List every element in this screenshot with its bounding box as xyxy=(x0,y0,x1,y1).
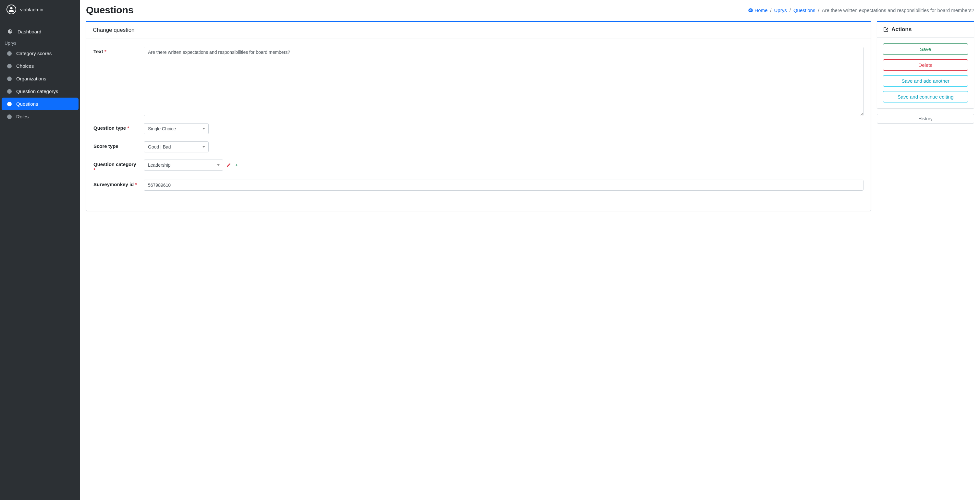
dashboard-icon xyxy=(7,29,13,34)
text-textarea[interactable] xyxy=(144,47,864,116)
breadcrumb: Home / Uprys / Questions / Are there wri… xyxy=(748,8,974,13)
field-row-text: Text * xyxy=(94,47,864,116)
save-button[interactable]: Save xyxy=(883,43,968,55)
surveymonkey-id-input[interactable] xyxy=(144,179,864,190)
sidebar-user-name: viabladmin xyxy=(20,7,43,12)
user-avatar-icon xyxy=(6,5,16,14)
main-content: Questions Home / Uprys / Questions / Are… xyxy=(80,0,980,500)
sidebar-item-label: Questions xyxy=(16,101,38,107)
question-category-select[interactable]: Leadership xyxy=(144,160,223,171)
edit-related-icon[interactable] xyxy=(226,163,231,167)
sidebar-item-choices[interactable]: Choices xyxy=(0,60,80,72)
add-related-icon[interactable] xyxy=(234,163,239,167)
question-type-select[interactable]: Single Choice xyxy=(144,123,208,134)
breadcrumb-separator: / xyxy=(789,8,791,13)
field-row-question-type: Question type * Single Choice xyxy=(94,123,864,134)
sidebar-item-label: Category scores xyxy=(16,51,52,56)
page-title: Questions xyxy=(86,5,134,16)
sidebar-item-label: Organizations xyxy=(16,76,46,81)
score-type-select[interactable]: Good | Bad xyxy=(144,141,208,152)
field-row-score-type: Score type Good | Bad xyxy=(94,141,864,152)
sidebar-item-dashboard[interactable]: Dashboard xyxy=(0,25,80,38)
topbar: Questions Home / Uprys / Questions / Are… xyxy=(86,3,974,21)
bullet-icon xyxy=(7,89,12,94)
delete-button[interactable]: Delete xyxy=(883,59,968,71)
history-button[interactable]: History xyxy=(877,114,974,124)
sidebar-item-label: Roles xyxy=(16,114,29,119)
sidebar-item-label: Choices xyxy=(16,63,34,69)
bullet-icon xyxy=(7,114,12,119)
bullet-icon xyxy=(7,76,12,81)
field-row-question-category: Question category * Leadership xyxy=(94,160,864,173)
breadcrumb-model[interactable]: Questions xyxy=(794,8,816,13)
sidebar: viabladmin Dashboard Uprys Category scor… xyxy=(0,0,80,500)
bullet-icon xyxy=(7,64,12,68)
sidebar-section-label: Uprys xyxy=(0,38,80,47)
sidebar-item-roles[interactable]: Roles xyxy=(0,110,80,123)
sidebar-item-label: Dashboard xyxy=(18,29,41,34)
sidebar-item-organizations[interactable]: Organizations xyxy=(0,72,80,85)
sidebar-nav: Dashboard Uprys Category scores Choices … xyxy=(0,19,80,123)
field-label-question-type: Question type * xyxy=(94,123,137,131)
breadcrumb-separator: / xyxy=(818,8,819,13)
edit-square-icon xyxy=(883,27,889,32)
field-label-question-category: Question category * xyxy=(94,160,137,173)
required-asterisk: * xyxy=(94,167,95,173)
sidebar-user[interactable]: viabladmin xyxy=(0,0,80,19)
required-asterisk: * xyxy=(135,182,137,187)
field-label-score-type: Score type xyxy=(94,141,137,149)
required-asterisk: * xyxy=(127,125,129,131)
breadcrumb-app[interactable]: Uprys xyxy=(774,8,787,13)
required-asterisk: * xyxy=(105,49,107,54)
actions-header: Actions xyxy=(877,22,974,38)
sidebar-item-label: Question categorys xyxy=(16,89,58,94)
field-label-text: Text * xyxy=(94,47,137,54)
field-label-surveymonkey-id: Surveymonkey id * xyxy=(94,179,137,187)
form-card-header: Change question xyxy=(86,22,871,39)
sidebar-item-questions[interactable]: Questions xyxy=(2,98,78,110)
gauge-icon xyxy=(748,8,753,13)
form-card: Change question Text * Question type * xyxy=(86,21,871,211)
breadcrumb-home[interactable]: Home xyxy=(748,8,767,13)
breadcrumb-separator: / xyxy=(770,8,772,13)
field-row-surveymonkey-id: Surveymonkey id * xyxy=(94,179,864,190)
save-continue-button[interactable]: Save and continue editing xyxy=(883,91,968,102)
bullet-icon xyxy=(7,102,12,106)
sidebar-item-question-categorys[interactable]: Question categorys xyxy=(0,85,80,98)
actions-card: Actions Save Delete Save and add another… xyxy=(877,21,974,109)
save-add-another-button[interactable]: Save and add another xyxy=(883,75,968,87)
sidebar-item-category-scores[interactable]: Category scores xyxy=(0,47,80,60)
breadcrumb-current: Are there written expectations and respo… xyxy=(822,8,974,13)
bullet-icon xyxy=(7,51,12,56)
